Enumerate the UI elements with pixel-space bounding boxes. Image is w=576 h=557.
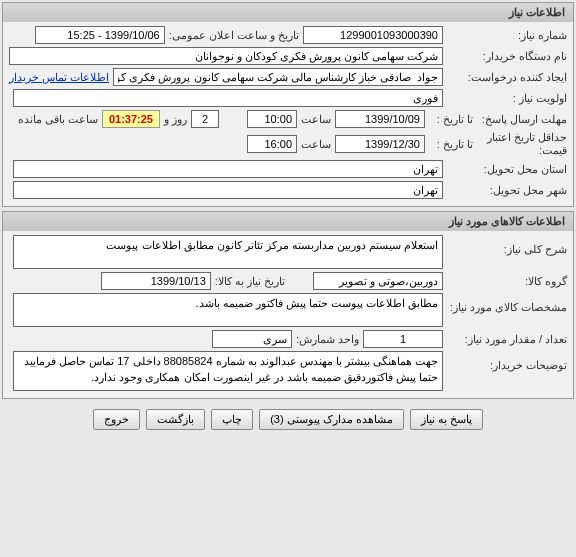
qty-label: تعداد / مقدار مورد نیاز: (447, 333, 567, 346)
panel1-body: شماره نیاز: تاریخ و ساعت اعلان عمومی: نا… (3, 22, 573, 206)
deadline-time-input[interactable] (247, 110, 297, 128)
notes-textarea[interactable]: جهت هماهنگی بیشتر با مهندس عبدالوند به ش… (13, 351, 443, 391)
deadline-date-input[interactable] (335, 110, 425, 128)
delivery-to-label: تاریخ نیاز به کالا: (215, 275, 285, 288)
min-valid-date-input[interactable] (335, 135, 425, 153)
notes-label: توضیحات خریدار: (447, 351, 567, 372)
row-requester: ایجاد کننده درخواست: اطلاعات تماس خریدار (9, 68, 567, 86)
panel1-title: اطلاعات نیاز (509, 6, 565, 18)
days-suffix: روز و (164, 113, 187, 126)
row-priority: اولویت نیاز : (9, 89, 567, 107)
time-label-1: ساعت (301, 113, 331, 126)
min-valid-label: حداقل تاریخ اعتبار قیمت: (477, 131, 567, 157)
delivery-to-date-input[interactable] (101, 272, 211, 290)
print-button[interactable]: چاپ (211, 409, 253, 430)
unit-input[interactable] (212, 330, 292, 348)
row-province: استان محل تحویل: (9, 160, 567, 178)
org-input[interactable] (9, 47, 443, 65)
row-need-number: شماره نیاز: تاریخ و ساعت اعلان عمومی: (9, 26, 567, 44)
row-org: نام دستگاه خریدار: (9, 47, 567, 65)
panel2-title: اطلاعات کالاهای مورد نیاز (449, 215, 565, 227)
spec-textarea[interactable]: مطابق اطلاعات پیوست حتما پیش فاکتور ضمیم… (13, 293, 443, 327)
min-valid-time-input[interactable] (247, 135, 297, 153)
public-date-label: تاریخ و ساعت اعلان عمومی: (169, 29, 299, 42)
desc-textarea[interactable]: استعلام سیستم دوربین مداربسته مرکز تئاتر… (13, 235, 443, 269)
row-desc: شرح کلی نیاز: استعلام سیستم دوربین مدارب… (9, 235, 567, 269)
respond-button[interactable]: پاسخ به نیاز (410, 409, 483, 430)
row-notes: توضیحات خریدار: جهت هماهنگی بیشتر با مهن… (9, 351, 567, 391)
need-number-input[interactable] (303, 26, 443, 44)
row-spec: مشخصات کالای مورد نیاز: مطابق اطلاعات پی… (9, 293, 567, 327)
city-input[interactable] (13, 181, 443, 199)
row-qty: تعداد / مقدار مورد نیاز: واحد شمارش: (9, 330, 567, 348)
unit-label: واحد شمارش: (296, 333, 359, 346)
province-input[interactable] (13, 160, 443, 178)
deadline-label: مهلت ارسال پاسخ: (477, 113, 567, 126)
back-button[interactable]: بازگشت (146, 409, 205, 430)
requester-input[interactable] (113, 68, 443, 86)
goods-group-input[interactable] (313, 272, 443, 290)
time-label-2: ساعت (301, 138, 331, 151)
row-city: شهر محل تحویل: (9, 181, 567, 199)
need-number-label: شماره نیاز: (447, 29, 567, 42)
spec-label: مشخصات کالای مورد نیاز: (447, 293, 567, 314)
panel2-header: اطلاعات کالاهای مورد نیاز (3, 212, 573, 231)
remain-suffix: ساعت باقی مانده (18, 113, 98, 126)
need-info-panel: اطلاعات نیاز شماره نیاز: تاریخ و ساعت اع… (2, 2, 574, 207)
qty-input[interactable] (363, 330, 443, 348)
org-label: نام دستگاه خریدار: (447, 50, 567, 63)
city-label: شهر محل تحویل: (447, 184, 567, 197)
public-date-input[interactable] (35, 26, 165, 44)
days-input[interactable] (191, 110, 219, 128)
row-goods-group: گروه کالا: تاریخ نیاز به کالا: (9, 272, 567, 290)
panel2-body: شرح کلی نیاز: استعلام سیستم دوربین مدارب… (3, 231, 573, 398)
goods-group-label: گروه کالا: (447, 275, 567, 288)
row-deadline: مهلت ارسال پاسخ: تا تاریخ : ساعت روز و 0… (9, 110, 567, 128)
desc-label: شرح کلی نیاز: (447, 235, 567, 256)
province-label: استان محل تحویل: (447, 163, 567, 176)
row-min-valid: حداقل تاریخ اعتبار قیمت: تا تاریخ : ساعت (9, 131, 567, 157)
exit-button[interactable]: خروج (93, 409, 140, 430)
contact-link[interactable]: اطلاعات تماس خریدار (9, 71, 109, 84)
panel1-header: اطلاعات نیاز (3, 3, 573, 22)
goods-info-panel: اطلاعات کالاهای مورد نیاز شرح کلی نیاز: … (2, 211, 574, 399)
min-valid-to-label: تا تاریخ : (429, 138, 473, 151)
to-date-label: تا تاریخ : (429, 113, 473, 126)
countdown-box: 01:37:25 (102, 110, 160, 128)
priority-input[interactable] (13, 89, 443, 107)
priority-label: اولویت نیاز : (447, 92, 567, 105)
button-bar: پاسخ به نیاز مشاهده مدارک پیوستی (3) چاپ… (2, 403, 574, 436)
requester-label: ایجاد کننده درخواست: (447, 71, 567, 84)
attachments-button[interactable]: مشاهده مدارک پیوستی (3) (259, 409, 404, 430)
